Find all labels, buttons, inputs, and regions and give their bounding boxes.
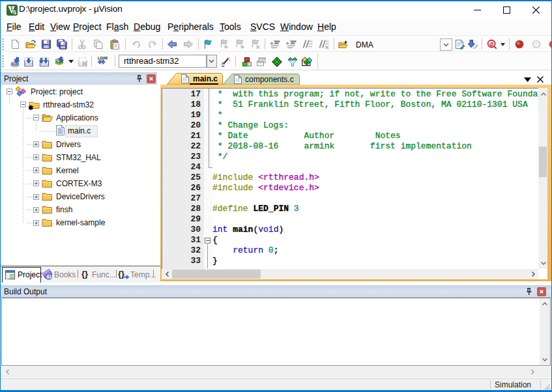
- svg-text:5: 5: [13, 9, 16, 16]
- svg-text:d: d: [489, 40, 493, 48]
- svg-text:?: ?: [48, 275, 50, 279]
- svg-text:✱: ✱: [29, 104, 34, 110]
- svg-text:LOAD: LOAD: [98, 56, 108, 60]
